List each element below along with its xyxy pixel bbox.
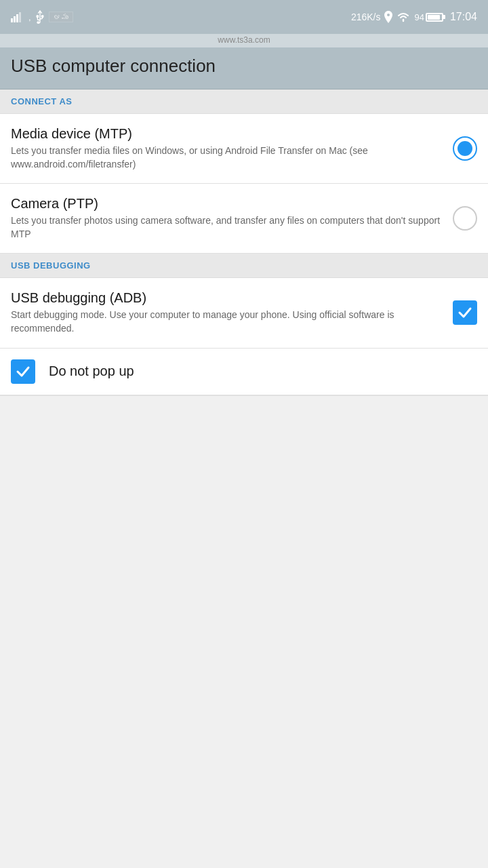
svg-point-6 [37, 21, 39, 24]
ptp-radio[interactable] [453, 206, 477, 231]
network-speed: 216K/s [351, 12, 381, 22]
adb-checkbox[interactable] [453, 300, 477, 325]
adb-content: USB debugging (ADB) Start debugging mode… [11, 290, 453, 335]
section-header-usb-debug: USB DEBUGGING [0, 254, 488, 278]
battery-percent: 94 [414, 12, 424, 22]
popup-checkbox[interactable] [11, 359, 35, 384]
list-item-mtp[interactable]: Media device (MTP) Lets you transfer med… [0, 114, 488, 184]
watermark-text: www.ts3a.com [218, 35, 270, 45]
wifi-icon [396, 12, 410, 22]
svg-point-7 [387, 14, 390, 16]
list-item-adb[interactable]: USB debugging (ADB) Start debugging mode… [0, 278, 488, 348]
time-display: 17:04 [450, 11, 477, 23]
status-left: , ఆము [11, 10, 73, 24]
adb-check-icon [458, 305, 472, 320]
status-bar: , ఆము 216K/s 94 [0, 0, 488, 34]
status-right: 216K/s 94 17:04 [351, 11, 477, 23]
mtp-desc: Lets you transfer media files on Windows… [11, 144, 442, 171]
svg-rect-2 [16, 14, 18, 22]
popup-label: Do not pop up [49, 363, 134, 379]
svg-rect-5 [41, 15, 43, 18]
svg-rect-0 [11, 18, 13, 22]
battery-box [426, 13, 443, 22]
ptp-title: Camera (PTP) [11, 196, 442, 212]
empty-area [0, 396, 488, 667]
signal-icon [11, 12, 24, 22]
page-header: USB computer connection [0, 47, 488, 90]
adb-desc: Start debugging mode. Use your computer … [11, 309, 442, 335]
popup-check-icon [16, 364, 30, 379]
svg-rect-4 [36, 15, 39, 18]
watermark-bar: www.ts3a.com [0, 34, 488, 47]
svg-rect-1 [14, 16, 16, 22]
svg-rect-3 [19, 12, 21, 22]
adb-title: USB debugging (ADB) [11, 290, 442, 306]
page-title: USB computer connection [11, 56, 477, 77]
list-item-ptp[interactable]: Camera (PTP) Lets you transfer photos us… [0, 184, 488, 254]
ptp-desc: Lets you transfer photos using camera so… [11, 214, 442, 241]
mtp-radio[interactable] [453, 136, 477, 161]
do-not-popup-row[interactable]: Do not pop up [0, 349, 488, 395]
signal-comma: , [28, 12, 31, 22]
mtp-title: Media device (MTP) [11, 126, 442, 142]
ptp-content: Camera (PTP) Lets you transfer photos us… [11, 196, 453, 241]
battery-indicator: 94 [414, 12, 443, 22]
mtp-content: Media device (MTP) Lets you transfer med… [11, 126, 453, 171]
location-icon [384, 11, 392, 23]
battery-fill [428, 15, 440, 20]
usb-icon [35, 10, 45, 24]
section-header-connect-as: CONNECT AS [0, 90, 488, 114]
watermark-logo: ఆము [49, 12, 73, 22]
